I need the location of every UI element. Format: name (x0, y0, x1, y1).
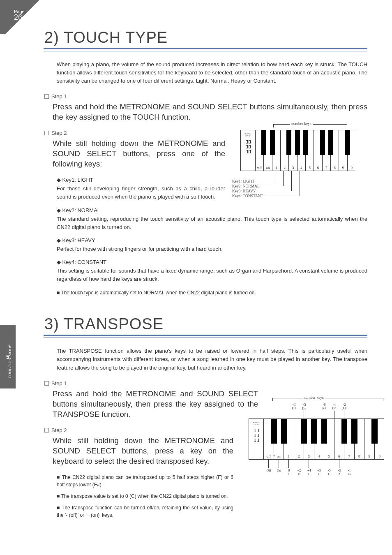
key4-legend: Key4: CONSTANT (232, 194, 263, 198)
section-1-intro: When playing a piano, the volume of the … (57, 60, 367, 85)
natural-label: 0C (284, 469, 293, 476)
key-label: 2 (294, 454, 304, 458)
black-key (320, 130, 325, 155)
section-2-note3: ■ The transpose function can be turned o… (57, 504, 233, 519)
off-on-label: On (274, 469, 284, 472)
section-2-note1: ■ The CN22 digital piano can be transpos… (57, 474, 233, 488)
key-label: 1 (272, 166, 280, 170)
sharp-label: +3D# (300, 403, 309, 411)
black-key (295, 130, 300, 155)
piano-panel: KAWAICN22 (249, 419, 264, 459)
key1-legend: Key1: LIGHT (232, 179, 254, 183)
touch-keyboard-diagram: number keys KAWAICN22 offon1234567890 - … (232, 127, 364, 212)
black-key (261, 130, 266, 155)
key3-heading: ◆ Key3: HEAVY (57, 237, 367, 243)
bracket (272, 398, 383, 401)
key-label: 2 (281, 166, 288, 170)
black-key (371, 419, 378, 444)
section-2-intro: The TRANSPOSE function allows the piano'… (57, 347, 367, 372)
key-label: 3 (304, 454, 314, 458)
key-label: 6 (314, 166, 322, 170)
sharp-label: +1C# (290, 403, 299, 411)
key4-heading: ◆ Key4: CONSTANT (57, 259, 367, 265)
key-label: 3 (289, 166, 297, 170)
natural-label: -1B (345, 469, 354, 476)
sharp-label: -4G# (330, 403, 339, 411)
chapter-label: FUNCTION MODE (8, 345, 12, 379)
key-label: 8 (355, 454, 364, 458)
key-label: 4 (314, 454, 324, 458)
key-label: 0 (375, 454, 385, 458)
black-key (286, 130, 291, 155)
key-label: 8 (331, 166, 339, 170)
section-2-note2: ■ The transpose value is set to 0 (C) wh… (57, 493, 233, 500)
black-key (270, 130, 275, 155)
page-number: 26 (14, 13, 45, 22)
step-2-body: While still holding down the METRONOME a… (53, 436, 233, 467)
sharp-label: -6F# (320, 403, 329, 411)
black-key (281, 419, 287, 444)
section-2-title: 3) TRANSPOSE (44, 315, 367, 336)
key2-body: The standard setting, reproducing the to… (57, 215, 367, 231)
key-label: 7 (323, 166, 330, 170)
key4-body: This setting is suitable for sounds that… (57, 267, 367, 283)
step-1-label: Step 1 (44, 380, 367, 386)
step-1-body: Press and hold the METRONOME and SOUND S… (53, 389, 258, 420)
black-key (301, 419, 307, 444)
black-key (328, 130, 333, 155)
minus-label: - (257, 165, 258, 169)
natural-label: -3A (335, 469, 344, 476)
minus-label: - (265, 454, 266, 458)
key-label: 1 (284, 454, 294, 458)
key3-body: Perfect for those with strong fingers or… (57, 245, 367, 253)
footer-rule (44, 528, 367, 528)
natural-label: -5G (325, 469, 334, 476)
sharp-label: -2A# (340, 403, 349, 411)
black-key (321, 419, 327, 444)
key-label: 9 (364, 454, 374, 458)
step-1-body: Press and hold the METRONOME and SOUND S… (53, 102, 367, 123)
plus-label: + (265, 165, 267, 169)
number-keys-label: number keys (302, 395, 325, 400)
black-key (303, 130, 308, 155)
key1-body: For those still developing finger streng… (57, 185, 225, 201)
key-label: 7 (344, 454, 354, 458)
step-2-body: While still holding down the METRONOME a… (53, 139, 225, 169)
step-1-label: Step 1 (44, 93, 367, 99)
off-on-label: Off (264, 469, 273, 472)
key-label: 5 (324, 454, 334, 458)
natural-label: +4E (304, 469, 314, 476)
black-key (351, 419, 357, 444)
key-label: 5 (306, 166, 314, 170)
page-corner: Page 26 (0, 0, 45, 34)
natural-label: +5F (315, 469, 324, 476)
natural-label: +2D (295, 469, 304, 476)
transpose-keyboard-diagram: number keys +1C#+3D#-6F#-4G#-2A# KAWAICN… (249, 399, 392, 497)
side-tab: 5 FUNCTION MODE (0, 325, 16, 388)
key-label: 9 (339, 166, 347, 170)
black-key (345, 130, 350, 155)
rule (44, 51, 367, 51)
plus-label: + (273, 454, 275, 458)
piano-panel: KAWAICN22 (241, 130, 256, 171)
key-label: 0 (348, 166, 356, 170)
black-key (271, 419, 277, 444)
black-key (341, 419, 348, 444)
rule (44, 338, 367, 338)
number-keys-label: number keys (290, 122, 313, 126)
section-1-note: ■ The touch type is automatically set to… (57, 289, 367, 296)
key-label: 6 (334, 454, 344, 458)
black-key (311, 419, 317, 444)
section-1-title: 2) TOUCH TYPE (44, 29, 367, 49)
key3-legend: Key3: HEAVY (232, 189, 256, 193)
key-label: 4 (297, 166, 305, 170)
key2-legend: Key2: NORMAL (232, 184, 260, 188)
